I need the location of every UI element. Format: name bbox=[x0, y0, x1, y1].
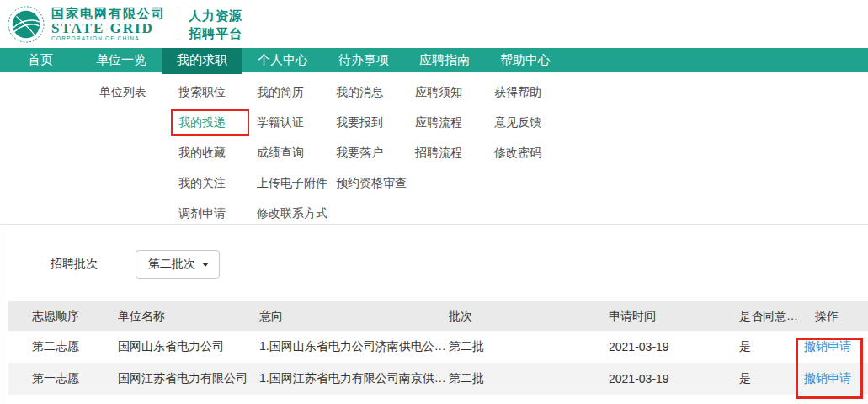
action-cell: 撤销申请 bbox=[804, 363, 868, 395]
state-grid-logo-icon bbox=[7, 5, 45, 44]
batch-filter-label: 招聘批次 bbox=[51, 257, 98, 272]
nav-item[interactable]: 我的求职 bbox=[162, 48, 242, 74]
table-header-row: 志愿顺序单位名称意向批次申请时间是否同意调剂操作 bbox=[8, 301, 868, 331]
nav-item[interactable]: 帮助中心 bbox=[485, 48, 566, 72]
table-cell-unit: 国网江苏省电力有限公司 bbox=[118, 363, 259, 395]
menu-item[interactable]: 调剂申请 bbox=[178, 198, 226, 228]
menu-item[interactable]: 我的简历 bbox=[257, 77, 327, 107]
action-cell: 撤销申请 bbox=[804, 331, 868, 363]
table-cell-unit: 国网山东省电力公司 bbox=[118, 331, 259, 363]
table-cell-agree: 是 bbox=[739, 363, 804, 395]
revoke-application-link[interactable]: 撤销申请 bbox=[804, 371, 851, 385]
table-cell-agree: 是 bbox=[739, 331, 804, 363]
table-cell-order: 第二志愿 bbox=[8, 331, 118, 363]
page: 国家电网有限公司 STATE GRID CORPORATION OF CHINA… bbox=[0, 0, 868, 404]
table-cell-batch: 第二批 bbox=[449, 331, 609, 363]
menu-item[interactable]: 我的关注 bbox=[178, 167, 226, 198]
menu-item[interactable]: 我的收藏 bbox=[178, 137, 226, 167]
menu-item[interactable]: 学籍认证 bbox=[257, 107, 327, 137]
menu-item[interactable]: 成绩查询 bbox=[257, 137, 327, 167]
logo-text: 国家电网有限公司 STATE GRID CORPORATION OF CHINA bbox=[51, 7, 166, 42]
table-cell-apply-time: 2021-03-19 bbox=[609, 363, 739, 395]
nav-item[interactable]: 应聘指南 bbox=[404, 48, 485, 72]
menu-column: 搜索职位我的投递我的收藏我的关注调剂申请 bbox=[178, 77, 226, 228]
batch-selected-value: 第二批次 bbox=[148, 257, 195, 272]
table-cell-apply-time: 2021-03-19 bbox=[609, 331, 739, 363]
batch-select-dropdown[interactable]: 第二批次 bbox=[136, 250, 220, 279]
filter-row: 招聘批次 第二批次 bbox=[51, 250, 868, 279]
table-header-cell: 操作 bbox=[804, 301, 868, 331]
table-header-cell: 志愿顺序 bbox=[8, 301, 118, 331]
content-left-edge bbox=[3, 226, 3, 404]
applications-table: 志愿顺序单位名称意向批次申请时间是否同意调剂操作 第二志愿国网山东省电力公司1.… bbox=[8, 301, 868, 395]
table-row: 第二志愿国网山东省电力公司1.国网山东省电力公司济南供电公司;2...第二批20… bbox=[8, 331, 868, 363]
mega-menu: 单位列表搜索职位我的投递我的收藏我的关注调剂申请我的简历学籍认证成绩查询上传电子… bbox=[0, 72, 868, 225]
chevron-down-icon bbox=[202, 263, 209, 267]
menu-item[interactable]: 招聘流程 bbox=[415, 137, 462, 167]
platform-line2: 招聘平台 bbox=[189, 24, 242, 42]
table-row: 第一志愿国网江苏省电力有限公司1.国网江苏省电力有限公司南京供电分...第二批2… bbox=[8, 363, 868, 395]
table-header-cell: 批次 bbox=[449, 301, 609, 331]
menu-item[interactable]: 单位列表 bbox=[99, 77, 146, 107]
menu-item[interactable]: 我的投递 bbox=[178, 107, 226, 137]
menu-item[interactable]: 我要报到 bbox=[336, 107, 407, 137]
menu-item[interactable]: 我的消息 bbox=[336, 77, 407, 107]
nav-item[interactable]: 首页 bbox=[0, 48, 81, 72]
menu-column: 获得帮助意见反馈修改密码 bbox=[494, 77, 541, 167]
menu-column: 我的消息我要报到我要落户预约资格审查 bbox=[336, 77, 407, 198]
menu-item[interactable]: 意见反馈 bbox=[494, 107, 541, 137]
table-header-cell: 单位名称 bbox=[118, 301, 259, 331]
revoke-application-link[interactable]: 撤销申请 bbox=[804, 339, 851, 353]
menu-item[interactable]: 获得帮助 bbox=[494, 77, 541, 107]
menu-item[interactable]: 应聘须知 bbox=[415, 77, 462, 107]
table-header-cell: 申请时间 bbox=[609, 301, 739, 331]
menu-item[interactable]: 修改联系方式 bbox=[257, 198, 327, 228]
header: 国家电网有限公司 STATE GRID CORPORATION OF CHINA… bbox=[0, 0, 868, 48]
table-cell-batch: 第二批 bbox=[449, 363, 609, 395]
company-name-sub: CORPORATION OF CHINA bbox=[51, 36, 166, 42]
nav-item[interactable]: 单位一览 bbox=[81, 48, 162, 72]
platform-line1: 人力资源 bbox=[189, 7, 242, 24]
menu-item[interactable]: 搜索职位 bbox=[178, 77, 226, 107]
menu-column: 单位列表 bbox=[99, 77, 146, 107]
company-name-en: STATE GRID bbox=[51, 21, 166, 35]
menu-item[interactable]: 预约资格审查 bbox=[336, 167, 407, 198]
main-nav: 首页单位一览我的求职个人中心待办事项应聘指南帮助中心 bbox=[0, 48, 868, 72]
menu-item[interactable]: 修改密码 bbox=[494, 137, 541, 167]
platform-title: 人力资源 招聘平台 bbox=[189, 7, 242, 42]
menu-item[interactable]: 我要落户 bbox=[336, 137, 407, 167]
table-header-cell: 意向 bbox=[259, 301, 449, 331]
table-header-cell: 是否同意调剂 bbox=[739, 301, 804, 331]
menu-item[interactable]: 上传电子附件 bbox=[257, 167, 327, 198]
menu-item[interactable]: 应聘流程 bbox=[415, 107, 462, 137]
table-cell-intent: 1.国网山东省电力公司济南供电公司;2... bbox=[259, 331, 449, 363]
nav-item[interactable]: 待办事项 bbox=[323, 48, 404, 72]
company-name-cn: 国家电网有限公司 bbox=[51, 7, 166, 19]
logo-divider bbox=[178, 9, 178, 40]
table-cell-order: 第一志愿 bbox=[8, 363, 118, 395]
annotation-box-menu bbox=[171, 109, 249, 136]
table-cell-intent: 1.国网江苏省电力有限公司南京供电分... bbox=[259, 363, 449, 395]
nav-item[interactable]: 个人中心 bbox=[242, 48, 323, 72]
menu-column: 我的简历学籍认证成绩查询上传电子附件修改联系方式 bbox=[257, 77, 327, 228]
menu-column: 应聘须知应聘流程招聘流程 bbox=[415, 77, 462, 167]
